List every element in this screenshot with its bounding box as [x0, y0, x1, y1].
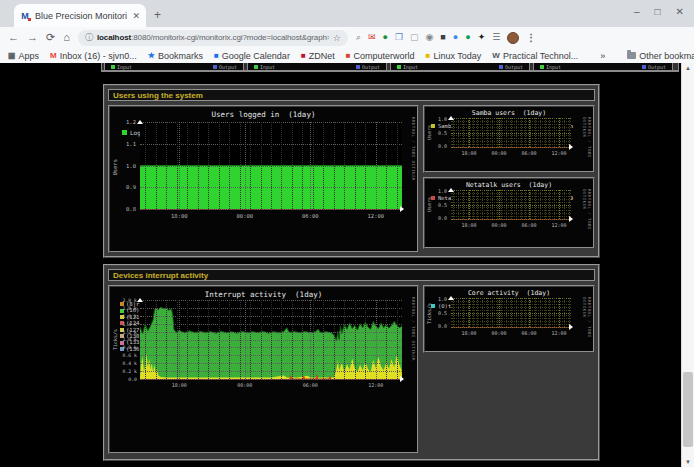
page-icon[interactable]: ▢ — [410, 33, 419, 42]
netatalk-users-graph[interactable]: Netatalk users (1day) Users 1.0 0.5 0.0 — [423, 177, 595, 249]
other-bookmarks[interactable]: Other bookmarks — [627, 51, 694, 61]
scroll-down-icon[interactable]: ▼ — [682, 459, 694, 465]
bookmark-inbox[interactable]: MInbox (16) - sjvn0... — [50, 51, 137, 61]
pin-icon[interactable]: ✦ — [478, 33, 486, 42]
plot-grid — [451, 190, 571, 219]
plot-area — [451, 298, 571, 328]
blue-app-icon[interactable]: ● — [453, 33, 458, 42]
y-axis-arrow-icon — [448, 185, 454, 192]
star-icon: ★ — [148, 52, 155, 60]
gmail-icon[interactable]: ✉ — [368, 33, 376, 42]
gmail-icon: M — [50, 52, 57, 60]
scrollbar[interactable]: ▲ ▼ — [681, 63, 694, 467]
partial-graph[interactable]: Input Output — [104, 63, 244, 72]
maximize-button[interactable]: □ — [655, 6, 661, 17]
y-axis-ticks: 1.0 0.5 0.0 — [432, 117, 447, 149]
wordpress-icon: W — [492, 52, 500, 60]
forward-icon[interactable]: → — [27, 32, 38, 43]
playlist-icon[interactable]: ☰ — [492, 33, 500, 42]
back-icon[interactable]: ← — [8, 32, 19, 43]
y-axis-ticks: 1.0 0.5 0.0 — [432, 189, 447, 221]
y-axis-ticks: 1.0 0.5 0.0 — [432, 297, 447, 329]
window-close-button[interactable]: ✕ — [676, 6, 684, 17]
bookmarks-bar: ▦Apps MInbox (16) - sjvn0... ★Bookmarks … — [0, 48, 694, 63]
browser-toolbar: ← → ⟳ ⌂ ⓘ localhost:8080/monitorix-cgi/m… — [0, 27, 694, 48]
camera-icon[interactable]: ◉ — [426, 33, 434, 42]
browser-window: M Blue Precision Monitorix ✕ + – □ ✕ ← →… — [0, 0, 694, 467]
profile-avatar[interactable] — [507, 32, 519, 44]
tab-close-icon[interactable]: ✕ — [132, 11, 140, 21]
globe-icon[interactable]: ● — [382, 33, 387, 42]
y-axis-ticks: 2.0 k 1.8 k 1.6 k 1.4 k 1.2 k 1.0 k 0.8 … — [118, 298, 137, 382]
bookmark-bookmarks[interactable]: ★Bookmarks — [148, 51, 203, 61]
x-axis-ticks: 18:00 00:00 06:00 12:00 — [451, 330, 571, 336]
rrdtool-watermark: RRDTOOL / TOBI OETIKER — [582, 297, 592, 351]
plot-area — [451, 118, 571, 148]
plot-grid — [451, 298, 571, 327]
folder-icon — [627, 52, 636, 59]
rrdtool-watermark: RRDTOOL / TOBI OETIKER — [411, 297, 416, 361]
input-swatch — [111, 65, 115, 69]
bookmark-zdnet[interactable]: ■ZDNet — [301, 51, 335, 61]
section-interrupts: Devices interrupt activity Interrupt act… — [103, 264, 600, 461]
home-icon[interactable]: ⌂ — [63, 32, 70, 43]
plot-grid — [451, 118, 571, 147]
bookmark-linux-today[interactable]: ■Linux Today — [426, 51, 482, 61]
url-path: :8080/monitorix-cgi/monitorix.cgi?mode=l… — [131, 33, 329, 42]
search-icon[interactable]: ⌕ — [356, 33, 361, 42]
green-app-icon[interactable]: ● — [465, 33, 470, 42]
y-axis-arrow-icon — [137, 117, 143, 124]
tab-title: Blue Precision Monitorix — [35, 11, 127, 21]
url-text: localhost:8080/monitorix-cgi/monitorix.c… — [97, 33, 329, 42]
bookmarks-overflow-chevron[interactable]: » — [600, 51, 605, 61]
graph-title: Users logged in (1day) — [110, 110, 417, 119]
y-axis-arrow-icon — [137, 295, 143, 302]
partial-graph[interactable]: Input Output — [533, 63, 673, 72]
bookmark-practical-technology[interactable]: WPractical Technol... — [492, 51, 578, 61]
section-users: Users using the system Users logged in (… — [103, 84, 600, 258]
y-axis-ticks: 1.2 1.1 1.0 0.9 0.8 — [118, 120, 136, 212]
tab-strip: M Blue Precision Monitorix ✕ + – □ ✕ — [0, 0, 694, 27]
new-tab-button[interactable]: + — [154, 8, 161, 22]
minimize-button[interactable]: – — [634, 6, 640, 17]
partial-graph[interactable]: Input Output — [247, 63, 387, 72]
users-logged-in-graph[interactable]: Users logged in (1day) Users 1.2 1.1 1.0… — [108, 105, 419, 253]
bookmark-star-icon[interactable]: ☆ — [333, 33, 341, 43]
y-axis-arrow-icon — [448, 293, 454, 300]
page-content: Input Output Input Output Input Output I… — [0, 63, 694, 467]
calendar-icon: ■ — [214, 52, 219, 60]
scroll-up-icon[interactable]: ▲ — [682, 65, 694, 71]
scrollbar-thumb[interactable] — [683, 372, 693, 447]
bookmark-google-calendar[interactable]: ■Google Calendar — [214, 51, 290, 61]
graph-title: Interrupt activity (1day) — [110, 290, 417, 299]
bookmark-computerworld[interactable]: ■Computerworld — [346, 51, 415, 61]
output-swatch — [213, 65, 217, 69]
monitorix-favicon-icon: M — [20, 11, 30, 21]
zdnet-icon: ■ — [301, 52, 306, 60]
section-title: Users using the system — [108, 89, 595, 101]
samba-users-graph[interactable]: Samba users (1day) Users 1.0 0.5 0.0 — [423, 105, 595, 173]
plot-area — [140, 122, 402, 210]
x-axis-ticks: 18:00 00:00 06:00 12:00 — [451, 222, 571, 228]
plot-area — [140, 300, 402, 380]
url-bar[interactable]: ⓘ localhost:8080/monitorix-cgi/monitorix… — [78, 30, 348, 46]
window-controls: – □ ✕ — [634, 6, 684, 17]
browser-tab[interactable]: M Blue Precision Monitorix ✕ — [14, 4, 146, 27]
reload-icon[interactable]: ⟳ — [46, 32, 55, 43]
page-info-icon[interactable]: ⓘ — [85, 32, 93, 43]
bookmark-apps[interactable]: ▦Apps — [8, 51, 39, 61]
url-host: localhost — [97, 33, 131, 42]
plot-area — [451, 190, 571, 220]
section-title: Devices interrupt activity — [108, 269, 595, 281]
rrdtool-watermark: RRDTOOL / TOBI OETIKER — [582, 189, 592, 247]
copy-pages-icon[interactable]: ❐ — [395, 33, 403, 42]
interrupt-activity-graph[interactable]: Interrupt activity (1day) Ticks/s 2.0 k … — [108, 285, 419, 454]
chrome-menu-icon[interactable]: ⋮ — [526, 32, 536, 43]
x-axis-ticks: 18:00 00:00 06:00 12:00 — [451, 150, 571, 156]
x-axis-ticks: 18:00 00:00 06:00 12:00 — [140, 213, 402, 220]
y-axis-arrow-icon — [448, 113, 454, 120]
dark-app-icon[interactable]: ■ — [440, 33, 445, 42]
core-activity-graph[interactable]: Core activity (1day) Ticks/s 1.0 0.5 0.0 — [423, 285, 595, 353]
partial-graph-row: Input Output Input Output Input Output I… — [101, 63, 679, 72]
partial-graph[interactable]: Input Output — [390, 63, 530, 72]
